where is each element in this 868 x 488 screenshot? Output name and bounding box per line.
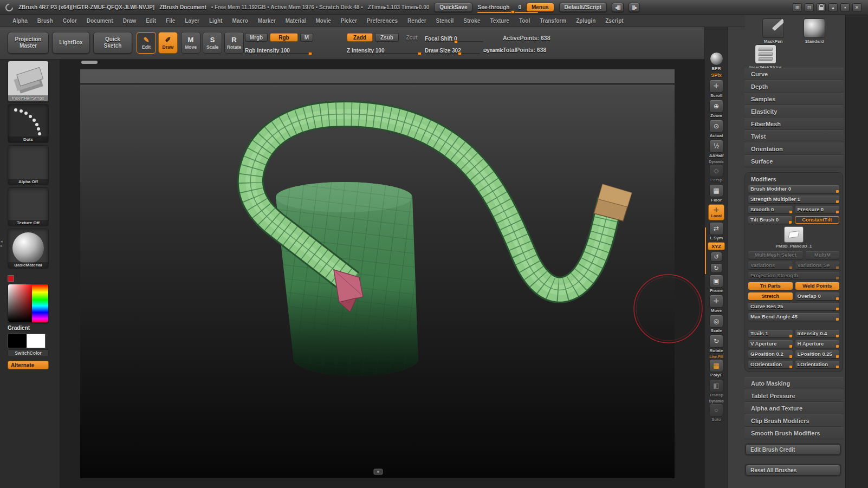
standard-brush-thumbnail[interactable]: Standard	[796, 18, 832, 44]
section-clip-brush-modifiers[interactable]: Clip Brush Modifiers	[744, 414, 844, 427]
section-smooth-brush-modifiers[interactable]: Smooth Brush Modifiers	[744, 427, 844, 439]
menu-tool[interactable]: Tool	[514, 18, 535, 24]
draw-size-slider[interactable]: Draw Size 302	[425, 45, 480, 55]
current-alpha-thumbnail[interactable]: Alpha Off	[8, 145, 49, 185]
current-material-thumbnail[interactable]: BasicMaterial	[8, 229, 49, 269]
menu-texture[interactable]: Texture	[485, 18, 514, 24]
current-stroke-thumbnail[interactable]: Dots	[8, 104, 49, 143]
menu-render[interactable]: Render	[403, 18, 431, 24]
stretch-button[interactable]: Stretch	[748, 292, 793, 300]
multimesh-preview-thumbnail[interactable]	[784, 226, 804, 243]
rgb-button[interactable]: Rgb	[270, 33, 298, 42]
section-auto-masking[interactable]: Auto Masking	[744, 377, 844, 389]
smooth-slider[interactable]: Smooth 0	[748, 206, 793, 213]
default-zscript-button[interactable]: DefaultZScript	[559, 3, 607, 12]
menu-document[interactable]: Document	[82, 18, 118, 24]
bpr-render-button[interactable]: BPR	[710, 52, 723, 71]
see-through-slider[interactable]: See-through 0	[477, 4, 521, 13]
zcut-button[interactable]: Zcut	[401, 33, 423, 42]
section-twist[interactable]: Twist	[744, 130, 844, 142]
menu-transform[interactable]: Transform	[535, 18, 571, 24]
right-tray[interactable]	[845, 15, 868, 488]
canvas-scroll-handle[interactable]	[81, 61, 98, 64]
section-elasticity[interactable]: Elasticity	[744, 105, 844, 118]
trails-slider[interactable]: Trails 1	[748, 330, 793, 337]
focal-shift-slider[interactable]: Focal Shift 0	[425, 33, 483, 43]
multimesh-select-button[interactable]: MultiMesh Select	[748, 251, 803, 259]
menu-file[interactable]: File	[161, 18, 180, 24]
menu-movie[interactable]: Movie	[310, 18, 335, 24]
constant-tilt-button[interactable]: ConstantTilt	[795, 216, 840, 224]
tray-resize-handle[interactable]: ◂▸	[1, 239, 3, 248]
menu-macro[interactable]: Macro	[227, 18, 252, 24]
main-color-swatch[interactable]	[8, 334, 27, 348]
pressure-slider[interactable]: Pressure 0	[795, 206, 840, 213]
saturation-value-square[interactable]	[8, 284, 33, 323]
modifiers-section-title[interactable]: Modifiers	[747, 174, 841, 185]
draw-size-handle[interactable]	[458, 52, 462, 55]
projection-strength-slider[interactable]: Projection Strength	[748, 272, 839, 279]
z-intensity-handle[interactable]	[418, 52, 422, 55]
see-through-handle[interactable]	[511, 10, 515, 14]
current-brush-thumbnail[interactable]: InsertHairStrips	[8, 61, 49, 102]
gradient-label[interactable]: Gradient	[8, 325, 30, 331]
edit-brush-credit-button[interactable]: Edit Brush Credit	[746, 444, 840, 455]
variations-slider[interactable]: Variations	[748, 262, 793, 269]
lsym-button[interactable]: ⇄ L.Sym	[709, 222, 723, 240]
lightbox-button[interactable]: LightBox	[52, 32, 90, 54]
quicksave-button[interactable]: QuickSave	[434, 3, 472, 12]
brush-modifier-slider[interactable]: Brush Modifier 0	[748, 185, 839, 193]
menu-color[interactable]: Color	[58, 18, 82, 24]
secondary-color-swatch[interactable]	[27, 334, 46, 348]
section-alpha-and-texture[interactable]: Alpha and Texture	[744, 402, 844, 414]
menu-zscript[interactable]: Zscript	[600, 18, 628, 24]
document-viewport[interactable]	[60, 60, 704, 488]
current-texture-thumbnail[interactable]: Texture Off	[8, 187, 49, 226]
alternate-button[interactable]: Alternate	[8, 361, 49, 369]
z-intensity-slider[interactable]: Z Intensity 100	[347, 45, 423, 55]
aahalf-button[interactable]: ½ AAHalf	[709, 140, 724, 158]
rotate-ccw-button[interactable]: ↺	[710, 252, 722, 262]
section-orientation[interactable]: Orientation	[744, 142, 844, 155]
menu-marker[interactable]: Marker	[253, 18, 281, 24]
collapse-icon[interactable]: ▴	[828, 3, 838, 12]
scale-view-button[interactable]: ◎ Scale	[709, 315, 723, 333]
zoom-button[interactable]: ⊕ Zoom	[709, 100, 723, 118]
m-button[interactable]: M	[300, 33, 313, 42]
persp-button[interactable]: Dynamic ◇ Persp	[709, 160, 723, 183]
quick-sketch-button[interactable]: Quick Sketch	[93, 32, 132, 54]
scale-mode-button[interactable]: S Scale	[203, 32, 222, 54]
section-depth[interactable]: Depth	[744, 80, 844, 93]
move-mode-button[interactable]: M Move	[181, 32, 200, 54]
lposition-slider[interactable]: LPosition 0.25	[795, 350, 840, 358]
v-aperture-slider[interactable]: V Aperture	[748, 340, 793, 348]
menu-brush[interactable]: Brush	[33, 18, 58, 24]
menu-stroke[interactable]: Stroke	[458, 18, 485, 24]
transparency-button[interactable]: ◧ Transp	[709, 379, 723, 398]
weld-points-button[interactable]: Weld Points	[795, 282, 840, 290]
inserthairstrips-brush-thumbnail[interactable]: InsertHairStrips	[748, 44, 783, 70]
hue-strip[interactable]	[32, 284, 48, 323]
h-aperture-slider[interactable]: H Aperture	[795, 340, 840, 348]
local-transform-button[interactable]: ✛ Local	[708, 204, 724, 220]
zsub-button[interactable]: Zsub	[375, 33, 399, 42]
menu-draw[interactable]: Draw	[118, 18, 141, 24]
variations-seed-slider[interactable]: Variations Se	[795, 262, 840, 269]
frame-button[interactable]: ▣ Frame	[709, 275, 723, 293]
menu-light[interactable]: Light	[204, 18, 227, 24]
rgb-intensity-handle[interactable]	[308, 52, 312, 55]
solo-button[interactable]: Dynamic ○ Solo	[709, 399, 723, 422]
maskpen-brush-thumbnail[interactable]: MaskPen	[755, 18, 791, 44]
floor-grid-button[interactable]: ▦ Floor	[709, 184, 723, 203]
section-samples[interactable]: Samples	[744, 93, 844, 105]
divider-right-icon[interactable]: ⊟	[805, 3, 814, 12]
menu-picker[interactable]: Picker	[336, 18, 362, 24]
section-fibermesh[interactable]: FiberMesh	[744, 118, 844, 130]
draw-mode-button[interactable]: ✐ Draw	[158, 32, 178, 54]
spix-slider[interactable]: SPix	[711, 73, 722, 78]
rotate-mode-button[interactable]: R Rotate	[224, 32, 244, 54]
scroll-button[interactable]: ✛ Scroll	[709, 80, 723, 98]
xyz-symmetry-button[interactable]: XYZ	[708, 242, 725, 250]
tray-scroll-right-button[interactable]: ||||▸	[629, 3, 640, 12]
gposition-slider[interactable]: GPosition 0.2	[748, 350, 793, 358]
